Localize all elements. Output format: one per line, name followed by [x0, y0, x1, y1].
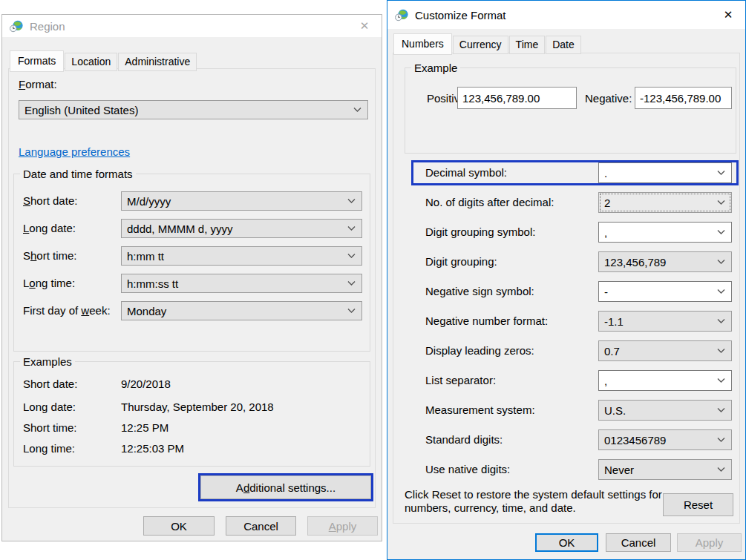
short-date-label: Short date: [23, 194, 77, 207]
chevron-down-icon [717, 171, 725, 176]
globe-clock-icon [10, 20, 24, 33]
example-long-date-row: Long date: Thursday, September 20, 2018 [23, 401, 362, 415]
long-date-row: Long date: dddd, MMMM d, yyyy [23, 219, 362, 238]
long-time-row: Long time: h:mm:ss tt [23, 274, 362, 293]
tab-location[interactable]: Location [65, 53, 117, 71]
format-label: Format: [19, 78, 57, 90]
negative-sign-symbol-combo[interactable]: - [598, 281, 732, 302]
list-separator-combo[interactable]: , [598, 370, 732, 391]
chevron-down-icon [347, 254, 356, 259]
negative-example-field[interactable]: -123,456,789.00 [635, 87, 732, 109]
example-long-date-label: Long date: [23, 401, 76, 413]
long-time-dropdown[interactable]: h:mm:ss tt [121, 274, 362, 293]
tab-administrative[interactable]: Administrative [118, 53, 197, 71]
digit-grouping-row: Digit grouping: 123,456,789 [413, 251, 736, 272]
measurement-system-row: Measurement system: U.S. [413, 400, 736, 421]
example-long-time-row: Long time: 12:25:03 PM [23, 442, 362, 457]
globe-clock-icon [395, 9, 409, 22]
customize-footer: OK Cancel Apply [387, 533, 745, 552]
negative-label: Negative: [585, 92, 632, 105]
language-preferences-link[interactable]: Language preferences [19, 145, 130, 158]
digits-after-decimal-label: No. of digits after decimal: [425, 196, 554, 208]
chevron-down-icon [717, 467, 725, 472]
positive-example-field[interactable]: 123,456,789.00 [457, 87, 577, 109]
digit-grouping-symbol-label: Digit grouping symbol: [425, 225, 535, 238]
decimal-symbol-label: Decimal symbol: [425, 166, 507, 179]
first-day-of-week-dropdown[interactable]: Monday [121, 301, 362, 320]
cancel-button[interactable]: Cancel [606, 533, 671, 552]
customize-tabstrip: Numbers Currency Time Date [393, 33, 582, 54]
cancel-button[interactable]: Cancel [226, 516, 296, 536]
negative-number-format-combo[interactable]: -1.1 [598, 311, 732, 332]
display-leading-zeros-combo[interactable]: 0.7 [598, 340, 732, 361]
long-date-dropdown[interactable]: dddd, MMMM d, yyyy [121, 219, 362, 238]
chevron-down-icon [717, 200, 725, 205]
example-long-date-value: Thursday, September 20, 2018 [121, 401, 274, 413]
short-date-row: Short date: M/d/yyyy [23, 191, 362, 211]
long-date-label: Long date: [23, 222, 76, 234]
digit-grouping-symbol-combo[interactable]: , [598, 222, 732, 243]
region-titlebar: Region ✕ [2, 15, 382, 37]
negative-number-format-label: Negative number format: [425, 314, 548, 327]
display-leading-zeros-label: Display leading zeros: [425, 344, 534, 357]
date-time-formats-legend: Date and time formats [20, 168, 136, 180]
format-dropdown-value: English (United States) [24, 104, 138, 116]
digit-grouping-combo[interactable]: 123,456,789 [598, 251, 732, 272]
short-date-dropdown[interactable]: M/d/yyyy [121, 191, 362, 211]
standard-digits-combo[interactable]: 0123456789 [598, 429, 732, 450]
format-dropdown[interactable]: English (United States) [19, 100, 368, 119]
display-leading-zeros-row: Display leading zeros: 0.7 [413, 340, 736, 361]
short-time-dropdown[interactable]: h:mm tt [121, 246, 362, 266]
example-legend: Example [411, 62, 460, 74]
digits-after-decimal-combo[interactable]: 2 [598, 192, 732, 213]
negative-number-format-row: Negative number format: -1.1 [413, 311, 736, 332]
measurement-system-label: Measurement system: [425, 403, 535, 416]
chevron-down-icon [717, 408, 725, 413]
examples-group: Examples Short date: 9/20/2018 Long date… [13, 361, 370, 467]
ok-button[interactable]: OK [143, 516, 215, 536]
example-long-time-label: Long time: [23, 442, 75, 455]
first-day-of-week-label: First day of week: [23, 304, 111, 317]
use-native-digits-label: Use native digits: [425, 463, 510, 475]
measurement-system-combo[interactable]: U.S. [598, 400, 732, 421]
close-icon[interactable]: ✕ [347, 15, 382, 37]
chevron-down-icon [717, 319, 725, 324]
tab-currency[interactable]: Currency [453, 36, 508, 54]
example-short-date-label: Short date: [23, 378, 77, 390]
reset-note: Click Reset to restore the system defaul… [405, 488, 672, 515]
customize-dialog-title: Customize Format [415, 9, 506, 22]
example-short-date-value: 9/20/2018 [121, 378, 171, 390]
close-icon[interactable]: ✕ [711, 1, 745, 29]
additional-settings-highlight: Additional settings... [198, 473, 373, 501]
standard-digits-label: Standard digits: [425, 433, 503, 446]
decimal-symbol-combo[interactable]: . [598, 162, 732, 183]
standard-digits-row: Standard digits: 0123456789 [413, 429, 736, 450]
short-time-label: Short time: [23, 249, 77, 262]
use-native-digits-combo[interactable]: Never [598, 459, 732, 480]
decimal-symbol-row: Decimal symbol: . [413, 162, 736, 183]
short-time-row: Short time: h:mm tt [23, 246, 362, 266]
chevron-down-icon [347, 199, 356, 204]
example-long-time-value: 12:25:03 PM [121, 442, 184, 455]
region-dialog-title: Region [30, 20, 65, 33]
apply-button[interactable]: Apply [677, 533, 742, 552]
tab-time[interactable]: Time [509, 36, 546, 54]
ok-button[interactable]: OK [535, 533, 598, 552]
example-short-time-value: 12:25 PM [121, 421, 168, 434]
additional-settings-button[interactable]: Additional settings... [200, 475, 371, 499]
tab-date[interactable]: Date [546, 36, 581, 54]
number-settings-rows: Decimal symbol: . No. of digits after de… [413, 162, 736, 489]
use-native-digits-row: Use native digits: Never [413, 459, 736, 480]
negative-sign-symbol-row: Negative sign symbol: - [413, 281, 736, 302]
apply-button[interactable]: Apply [307, 516, 378, 536]
digit-grouping-label: Digit grouping: [425, 255, 497, 268]
first-day-of-week-row: First day of week: Monday [23, 301, 362, 320]
date-time-formats-group: Date and time formats Short date: M/d/yy… [13, 174, 370, 352]
tab-numbers[interactable]: Numbers [393, 33, 452, 55]
chevron-down-icon [717, 260, 725, 265]
chevron-down-icon [717, 378, 725, 383]
customize-titlebar: Customize Format ✕ [387, 1, 745, 29]
chevron-down-icon [347, 309, 356, 314]
tab-formats[interactable]: Formats [10, 50, 64, 72]
reset-button[interactable]: Reset [663, 493, 733, 516]
